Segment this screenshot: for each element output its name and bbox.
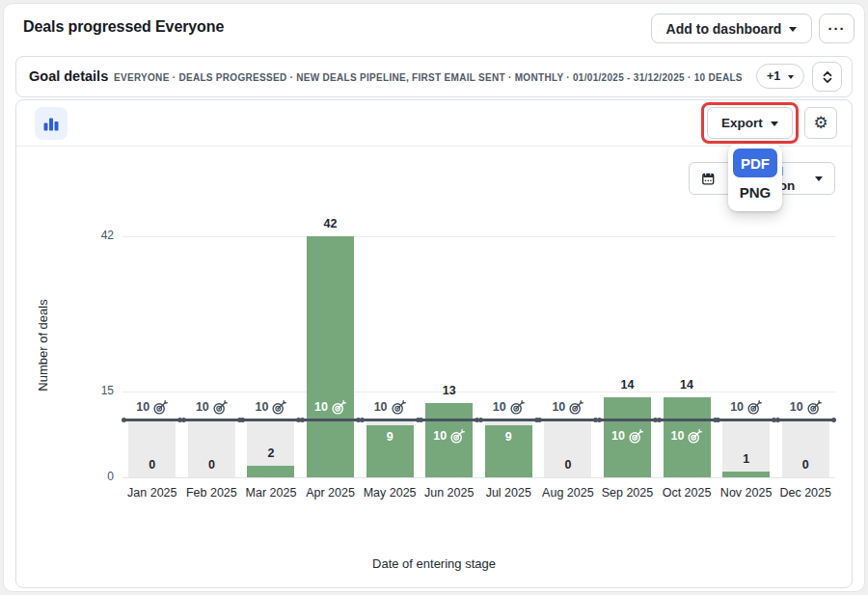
goal-details-label: Goal details: [29, 68, 108, 84]
ellipsis-icon: ···: [828, 20, 846, 37]
export-menu: PDFPNG: [728, 144, 782, 211]
value-bar[interactable]: [307, 236, 354, 477]
bar-chart-icon: [41, 114, 61, 133]
gear-icon: ⚙: [813, 113, 827, 133]
menu-item-pdf[interactable]: PDF: [733, 149, 777, 177]
goal-details-summary: EVERYONE · DEALS PROGRESSED · NEW DEALS …: [114, 72, 743, 83]
value-bar[interactable]: [604, 397, 651, 477]
value-bar[interactable]: [366, 425, 414, 477]
goal-track-bar[interactable]: [128, 420, 176, 478]
value-bar[interactable]: [247, 466, 294, 477]
chart-type-button[interactable]: [35, 107, 68, 140]
chevron-down-icon: [788, 75, 794, 79]
toolbar-divider: [16, 146, 852, 147]
unfold-icon: [820, 69, 835, 85]
settings-button[interactable]: ⚙: [804, 107, 837, 139]
expand-goal-details-button[interactable]: [812, 62, 842, 92]
goal-track-bar[interactable]: [722, 420, 770, 478]
export-button[interactable]: Export: [707, 107, 793, 139]
chevron-down-icon: [789, 27, 797, 32]
goal-more-pill[interactable]: +1: [756, 64, 804, 89]
chevron-down-icon: [815, 176, 823, 181]
value-bar[interactable]: [425, 403, 473, 477]
add-to-dashboard-label: Add to dashboard: [666, 21, 782, 37]
goal-track-bar[interactable]: [782, 420, 829, 478]
value-bar[interactable]: [722, 472, 770, 477]
add-to-dashboard-button[interactable]: Add to dashboard: [651, 14, 812, 43]
page-title: Deals progressed Everyone: [23, 18, 224, 36]
insights-view: Deals progressed Everyone Add to dashboa…: [0, 0, 868, 595]
goal-more-count: +1: [767, 69, 780, 83]
menu-item-png[interactable]: PNG: [733, 177, 777, 206]
chevron-down-icon: [771, 122, 778, 126]
value-bar[interactable]: [664, 397, 711, 477]
goal-track-bar[interactable]: [544, 420, 591, 478]
value-bar[interactable]: [485, 425, 532, 477]
more-options-button[interactable]: ···: [819, 14, 854, 43]
goal-track-bar[interactable]: [188, 420, 235, 478]
calendar-icon: [701, 171, 716, 186]
export-label: Export: [721, 116, 763, 130]
